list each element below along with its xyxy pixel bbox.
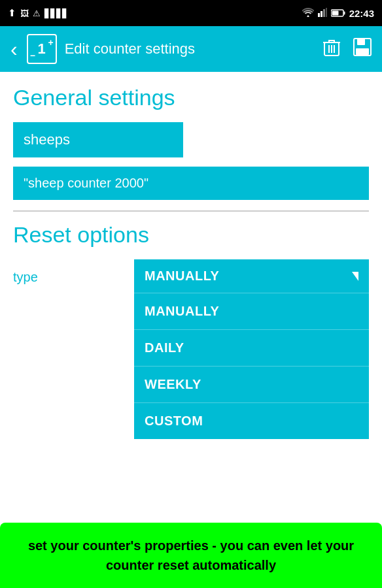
dropdown-list: MANUALLY DAILY WEEKLY CUSTOM bbox=[134, 293, 369, 439]
status-bar-right: 22:43 bbox=[302, 8, 374, 19]
battery-icon bbox=[331, 8, 345, 19]
status-bar: ⬆ 🖼 ⚠ ▋▋▋▋ bbox=[0, 0, 382, 26]
delete-icon[interactable] bbox=[323, 37, 340, 61]
dropdown-option-weekly[interactable]: WEEKLY bbox=[134, 367, 369, 403]
app-bar: ‹ 1 + − Edit counter settings bbox=[0, 26, 382, 72]
app-logo: 1 + − bbox=[27, 34, 57, 64]
svg-rect-15 bbox=[359, 40, 360, 44]
svg-rect-5 bbox=[343, 11, 345, 14]
reset-type-dropdown[interactable]: MANUALLY MANUALLY DAILY WEEKLY CUSTOM bbox=[134, 259, 369, 293]
image-icon: 🖼 bbox=[20, 8, 29, 18]
hint-text: set your counter's properties - you can … bbox=[16, 536, 366, 575]
dropdown-option-manually[interactable]: MANUALLY bbox=[134, 293, 369, 330]
reset-options-title: Reset options bbox=[13, 222, 369, 248]
svg-rect-14 bbox=[356, 48, 369, 55]
app-bar-title: Edit counter settings bbox=[65, 41, 315, 57]
dropdown-arrow-icon bbox=[352, 272, 358, 281]
svg-rect-13 bbox=[357, 39, 365, 45]
counter-description-input[interactable] bbox=[13, 167, 369, 200]
status-bar-left: ⬆ 🖼 ⚠ ▋▋▋▋ bbox=[8, 7, 68, 19]
main-content: General settings Reset options type MANU… bbox=[0, 72, 382, 293]
logo-number: 1 bbox=[38, 41, 46, 57]
signal-icon bbox=[318, 8, 327, 19]
dropdown-selected-value[interactable]: MANUALLY bbox=[134, 259, 369, 293]
app-bar-actions bbox=[323, 37, 372, 61]
general-settings-title: General settings bbox=[13, 85, 369, 110]
type-label: type bbox=[13, 259, 134, 285]
save-icon[interactable] bbox=[353, 38, 372, 60]
type-row: type MANUALLY MANUALLY DAILY WEEKLY CUST… bbox=[13, 259, 369, 293]
selected-option-text: MANUALLY bbox=[145, 269, 219, 284]
svg-rect-3 bbox=[326, 8, 327, 17]
logo-minus: − bbox=[30, 50, 35, 61]
time-display: 22:43 bbox=[349, 8, 374, 19]
upload-icon: ⬆ bbox=[8, 7, 16, 19]
hint-box: set your counter's properties - you can … bbox=[0, 523, 382, 588]
dropdown-option-daily[interactable]: DAILY bbox=[134, 330, 369, 367]
svg-rect-1 bbox=[321, 11, 322, 17]
svg-rect-0 bbox=[318, 13, 320, 17]
wifi-icon bbox=[302, 8, 314, 19]
section-divider bbox=[13, 210, 369, 212]
warning-icon: ⚠ bbox=[33, 8, 41, 18]
dropdown-option-custom[interactable]: CUSTOM bbox=[134, 403, 369, 439]
back-arrow-icon[interactable]: ‹ bbox=[10, 37, 18, 61]
svg-rect-2 bbox=[323, 9, 325, 17]
counter-name-input[interactable] bbox=[13, 122, 183, 157]
svg-rect-6 bbox=[332, 10, 338, 15]
logo-plus: + bbox=[48, 37, 53, 48]
bars-icon: ▋▋▋▋ bbox=[44, 8, 68, 18]
